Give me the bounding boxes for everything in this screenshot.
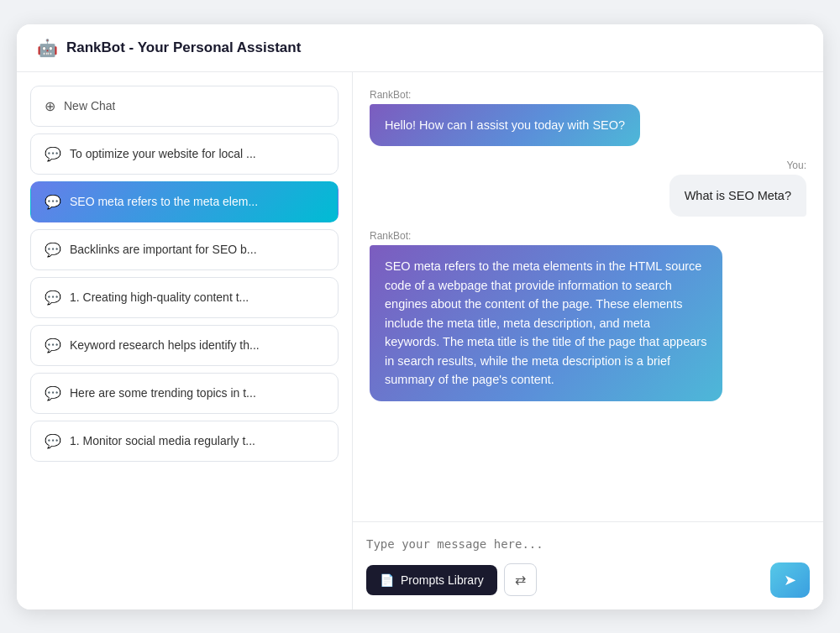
sidebar-item-chat-1[interactable]: 💬 To optimize your website for local ... xyxy=(30,133,339,175)
input-toolbar: 📄 Prompts Library ⇄ ➤ xyxy=(366,562,810,598)
sidebar-item-label: 1. Monitor social media regularly t... xyxy=(70,434,255,447)
sidebar-item-label: New Chat xyxy=(64,99,115,112)
chat-messages: RankBot:Hello! How can I assist you toda… xyxy=(353,72,823,521)
sidebar-item-chat-2[interactable]: 💬 SEO meta refers to the meta elem... xyxy=(30,181,339,222)
message-sender: You: xyxy=(786,160,806,171)
sidebar: ⊕ New Chat 💬 To optimize your website fo… xyxy=(17,72,353,609)
app-header: 🤖 RankBot - Your Personal Assistant xyxy=(17,24,823,72)
sidebar-icon: 💬 xyxy=(45,242,61,258)
sidebar-item-chat-3[interactable]: 💬 Backlinks are important for SEO b... xyxy=(30,229,339,270)
message-bubble-msg-1: Hello! How can I assist you today with S… xyxy=(370,104,640,146)
sidebar-icon: 💬 xyxy=(45,337,61,353)
prompts-library-label: Prompts Library xyxy=(401,573,484,587)
prompts-library-button[interactable]: 📄 Prompts Library xyxy=(366,565,497,595)
sidebar-item-chat-7[interactable]: 💬 1. Monitor social media regularly t... xyxy=(30,421,339,462)
sidebar-item-label: Backlinks are important for SEO b... xyxy=(70,243,257,256)
send-icon: ➤ xyxy=(784,571,796,589)
message-wrapper-msg-2: You:What is SEO Meta? xyxy=(370,160,806,217)
send-button[interactable]: ➤ xyxy=(770,562,810,598)
sidebar-item-chat-5[interactable]: 💬 Keyword research helps identify th... xyxy=(30,325,339,366)
sidebar-item-label: Keyword research helps identify th... xyxy=(70,338,260,352)
message-sender: RankBot: xyxy=(370,89,411,101)
message-sender: RankBot: xyxy=(370,230,411,242)
refresh-icon: ⇄ xyxy=(515,572,526,588)
sidebar-item-label: SEO meta refers to the meta elem... xyxy=(70,195,258,208)
app-container: 🤖 RankBot - Your Personal Assistant ⊕ Ne… xyxy=(17,24,823,609)
sidebar-icon: 💬 xyxy=(45,385,61,401)
refresh-button[interactable]: ⇄ xyxy=(504,563,537,596)
message-bubble-msg-3: SEO meta refers to the meta elements in … xyxy=(370,245,722,400)
message-input[interactable] xyxy=(366,534,810,559)
main-layout: ⊕ New Chat 💬 To optimize your website fo… xyxy=(17,72,823,609)
sidebar-icon: ⊕ xyxy=(45,98,55,114)
sidebar-item-label: Here are some trending topics in t... xyxy=(70,386,256,400)
sidebar-icon: 💬 xyxy=(45,194,61,210)
prompts-library-icon: 📄 xyxy=(380,573,394,587)
message-wrapper-msg-1: RankBot:Hello! How can I assist you toda… xyxy=(370,89,806,146)
bot-icon: 🤖 xyxy=(37,38,58,58)
sidebar-item-label: 1. Creating high-quality content t... xyxy=(70,290,249,304)
sidebar-item-chat-4[interactable]: 💬 1. Creating high-quality content t... xyxy=(30,277,339,318)
message-bubble-msg-2: What is SEO Meta? xyxy=(669,175,806,217)
chat-area: RankBot:Hello! How can I assist you toda… xyxy=(353,72,823,609)
app-title: RankBot - Your Personal Assistant xyxy=(66,39,301,56)
sidebar-icon: 💬 xyxy=(45,290,61,306)
sidebar-item-new-chat[interactable]: ⊕ New Chat xyxy=(30,86,339,127)
message-wrapper-msg-3: RankBot:SEO meta refers to the meta elem… xyxy=(370,230,806,400)
sidebar-item-label: To optimize your website for local ... xyxy=(70,147,256,160)
sidebar-item-chat-6[interactable]: 💬 Here are some trending topics in t... xyxy=(30,373,339,414)
sidebar-icon: 💬 xyxy=(45,433,61,449)
input-area: 📄 Prompts Library ⇄ ➤ xyxy=(353,521,823,609)
sidebar-icon: 💬 xyxy=(45,146,61,162)
